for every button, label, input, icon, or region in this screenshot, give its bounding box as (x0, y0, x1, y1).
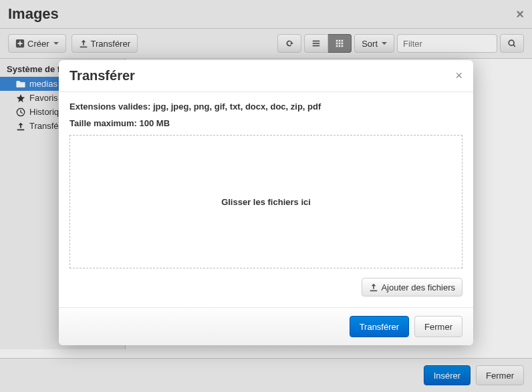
add-files-button[interactable]: Ajouter des fichiers (362, 278, 462, 297)
modal-overlay[interactable]: Transférer × Extensions valides: jpg, jp… (0, 0, 532, 392)
maxsize-info: Taille maximum: 100 MB (70, 118, 462, 128)
modal-title: Transférer (70, 68, 135, 83)
upload-icon (369, 282, 378, 292)
modal-header: Transférer × (59, 60, 473, 92)
extensions-info: Extensions valides: jpg, jpeg, png, gif,… (70, 102, 462, 112)
modal-footer: Transférer Fermer (59, 307, 473, 345)
modal-body: Extensions valides: jpg, jpeg, png, gif,… (59, 92, 473, 307)
modal-close-button[interactable]: Fermer (414, 316, 462, 337)
modal-transfer-button[interactable]: Transférer (350, 316, 409, 337)
transfer-modal: Transférer × Extensions valides: jpg, jp… (59, 60, 473, 345)
add-files-label: Ajouter des fichiers (381, 282, 455, 292)
dropzone[interactable]: Glisser les fichiers ici (70, 135, 462, 268)
close-icon[interactable]: × (455, 69, 462, 83)
dropzone-text: Glisser les fichiers ici (221, 197, 311, 207)
